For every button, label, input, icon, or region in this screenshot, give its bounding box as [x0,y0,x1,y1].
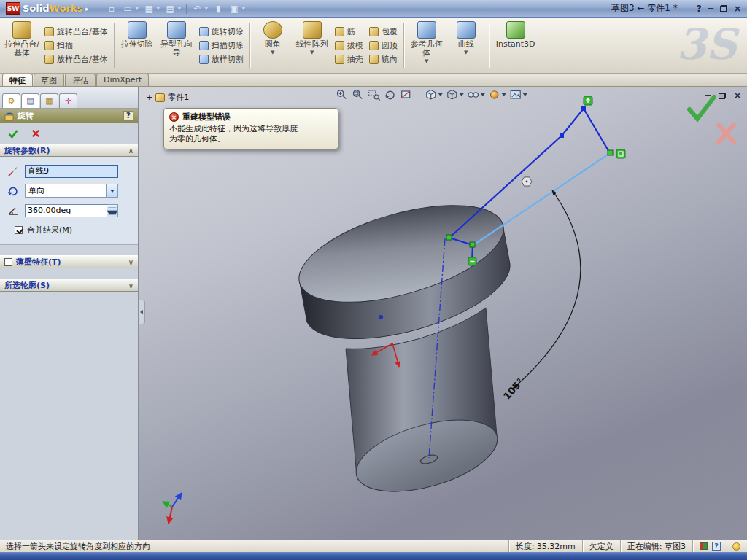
scene-caret-icon[interactable] [523,93,527,96]
selected-sketch-line[interactable] [476,153,610,244]
doc-restore-button[interactable] [719,93,726,99]
sketch-point[interactable] [608,150,613,155]
cancel-button[interactable] [31,128,41,139]
ok-button[interactable] [7,128,19,139]
mirror-button[interactable]: 镜向 [369,54,398,65]
appearance-icon[interactable] [488,89,506,101]
sketch-origin-point[interactable] [379,315,383,319]
instant3d-button[interactable]: Instant3D [493,20,538,71]
menu-expand-icon[interactable]: ▸ [85,5,89,12]
spin-up-icon[interactable] [107,205,117,211]
view-orientation-caret-icon[interactable] [438,93,443,96]
thin-feature-section-header[interactable]: 薄壁特征(T) ∨ [0,255,138,268]
hide-show-items-icon[interactable] [467,89,485,101]
tab-features[interactable]: 特征 [2,74,33,86]
display-style-icon[interactable] [446,89,464,101]
view-orientation-icon[interactable] [425,89,443,101]
close-button[interactable]: × [734,4,741,14]
zoom-area-icon[interactable] [368,89,381,101]
collapse-chevron-icon[interactable]: ∧ [128,147,133,155]
configuration-manager-tab[interactable]: ▦ [40,93,58,108]
axis-of-revolution-field[interactable] [25,165,118,178]
restore-button[interactable] [720,5,727,12]
revolve-direction-dropdown[interactable]: 单向 [25,184,118,198]
merge-result-checkbox[interactable] [15,226,23,234]
revolved-part-model[interactable] [288,186,514,505]
selected-contours-section-header[interactable]: 所选轮廓(S) ∨ [0,279,138,292]
rib-button[interactable]: 筋 [335,26,363,37]
save-caret-icon[interactable]: ▾ [157,5,160,12]
relation-badge-midpoint[interactable] [468,257,476,265]
doc-close-button[interactable]: × [734,90,741,101]
revolve-cut-button[interactable]: 旋转切除 [199,26,244,37]
tree-expand-icon[interactable]: + [146,93,152,102]
expand-chevron-icon[interactable]: ∨ [128,258,133,266]
linear-pattern-button[interactable]: 线性阵列 ▼ [293,20,331,71]
appearance-caret-icon[interactable] [502,93,506,96]
undo-caret-icon[interactable]: ▾ [205,5,208,12]
doc-minimize-button[interactable]: ─ [705,90,711,101]
new-document-icon[interactable] [107,4,117,14]
options-caret-icon[interactable]: ▾ [242,5,245,12]
graphics-area[interactable]: 105° [139,87,747,540]
extrude-boss-button[interactable]: 拉伸凸台/基体 [3,20,41,71]
save-icon[interactable] [144,4,155,14]
tab-dimxpert[interactable]: DimXpert [96,74,149,86]
undo-icon[interactable] [192,4,203,14]
reference-geometry-caret-icon[interactable]: ▼ [425,58,428,64]
confirm-cancel-button[interactable] [719,125,734,142]
hole-wizard-button[interactable]: 异型孔向导 [158,20,196,71]
open-document-icon[interactable] [123,4,133,14]
dimension-arc[interactable] [513,190,581,389]
reverse-direction-icon[interactable] [6,184,20,198]
sketch-point[interactable] [446,235,452,240]
sketch-vertex[interactable] [581,106,586,111]
relation-badge-vertical[interactable] [584,96,592,105]
zoom-in-icon[interactable] [336,89,349,101]
shell-button[interactable]: 抽壳 [335,54,363,65]
feature-manager-tab[interactable]: ⚙ [2,93,20,108]
options-icon[interactable] [229,4,240,14]
section-view-icon[interactable] [400,89,413,101]
curves-button[interactable]: 曲线 ▼ [447,20,485,71]
quick-tips-icon[interactable]: ? [712,542,721,551]
fillet-button[interactable]: 圆角 ▼ [254,20,292,71]
sketch-point[interactable] [470,242,475,247]
sketch-vertex[interactable] [560,133,564,138]
graphics-viewport[interactable]: 105° [139,87,747,540]
wrap-button[interactable]: 包覆 [369,26,398,37]
expand-chevron-icon[interactable]: ∨ [128,281,133,289]
print-icon[interactable] [165,4,176,14]
thin-feature-checkbox[interactable] [4,258,12,266]
help-button[interactable]: ? [697,4,702,14]
loft-cut-button[interactable]: 放样切割 [199,54,244,65]
zoom-fit-icon[interactable] [352,89,365,101]
revolve-params-section-header[interactable]: 旋转参数(R) ∧ [0,144,138,157]
reference-geometry-button[interactable]: 参考几何体 ▼ [408,20,446,71]
revolve-boss-button[interactable]: 旋转凸台/基体 [44,26,108,37]
tree-root-label[interactable]: 零件1 [168,92,189,103]
dimxpert-manager-tab[interactable]: ✛ [59,93,77,108]
fillet-caret-icon[interactable]: ▼ [271,50,274,55]
tab-sketch[interactable]: 草图 [34,74,64,86]
draft-button[interactable]: 拔模 [335,40,363,51]
angle-dimension[interactable]: 105° [501,190,581,402]
rotate-view-icon[interactable] [384,89,397,101]
extrude-cut-button[interactable]: 拉伸切除 [118,20,156,71]
print-caret-icon[interactable]: ▾ [178,5,181,12]
units-toggle-icon[interactable] [700,542,708,550]
minimize-button[interactable]: ─ [708,4,713,14]
panel-help-button[interactable]: ? [123,111,133,121]
loft-boss-button[interactable]: 放样凸台/基体 [44,54,108,65]
display-style-caret-icon[interactable] [460,93,464,96]
sweep-button[interactable]: 扫描 [44,40,108,51]
property-manager-tab[interactable]: ▤ [21,93,39,108]
dropdown-arrow-icon[interactable] [106,184,117,197]
dome-button[interactable]: 圆顶 [369,40,398,51]
spin-down-icon[interactable] [107,211,117,217]
tab-evaluate[interactable]: 评估 [65,74,96,86]
open-caret-icon[interactable]: ▾ [136,5,139,12]
hide-show-caret-icon[interactable] [481,93,485,96]
linear-pattern-caret-icon[interactable]: ▼ [310,50,314,55]
curves-caret-icon[interactable]: ▼ [464,50,468,55]
